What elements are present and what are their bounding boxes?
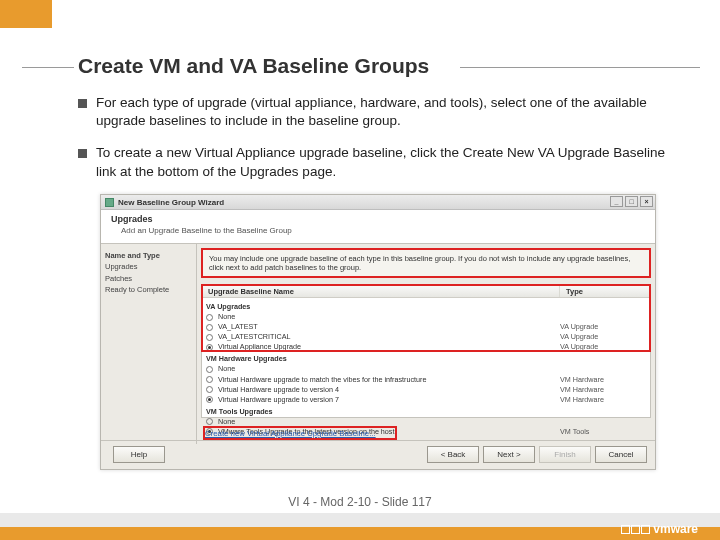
app-icon: [105, 198, 114, 207]
list-header: Upgrade Baseline Name Type: [202, 285, 650, 298]
bullet-item: For each type of upgrade (virtual applia…: [78, 94, 678, 130]
close-icon[interactable]: ×: [640, 196, 653, 207]
radio-icon[interactable]: [206, 418, 213, 425]
baseline-row[interactable]: VA_LATESTCRITICALVA Upgrade: [206, 332, 646, 342]
window-controls: _ □ ×: [610, 196, 653, 207]
wizard-step[interactable]: Ready to Complete: [105, 284, 192, 295]
baseline-row[interactable]: None: [206, 417, 646, 427]
wizard-step[interactable]: Patches: [105, 273, 192, 284]
radio-icon[interactable]: [206, 396, 213, 403]
finish-button[interactable]: Finish: [539, 446, 591, 463]
wizard-buttons: Help < Back Next > Finish Cancel: [101, 446, 655, 463]
baseline-type: VA Upgrade: [560, 342, 646, 352]
wizard-step-title: Upgrades: [111, 214, 645, 224]
baseline-name: VA_LATEST: [216, 322, 560, 332]
back-button[interactable]: < Back: [427, 446, 479, 463]
create-va-baseline-link[interactable]: Create new Virtual Appliance Upgrade Bas…: [205, 429, 376, 438]
baseline-row[interactable]: Virtual Hardware upgrade to match the vi…: [206, 375, 646, 385]
title-rule-left: [22, 67, 74, 68]
cancel-button[interactable]: Cancel: [595, 446, 647, 463]
maximize-icon[interactable]: □: [625, 196, 638, 207]
baseline-row[interactable]: Virtual Appliance UpgradeVA Upgrade: [206, 342, 646, 352]
radio-icon[interactable]: [206, 334, 213, 341]
group-header: VM Tools Upgrades: [206, 407, 646, 417]
col-type: Type: [560, 285, 650, 297]
wizard-main: You may include one upgrade baseline of …: [197, 244, 655, 444]
baseline-name: None: [216, 417, 560, 427]
baseline-name: None: [216, 312, 560, 322]
wizard-step-subtitle: Add an Upgrade Baseline to the Baseline …: [111, 226, 645, 235]
baseline-name: Virtual Hardware upgrade to version 4: [216, 385, 560, 395]
group-header: VA Upgrades: [206, 302, 646, 312]
help-button[interactable]: Help: [113, 446, 165, 463]
col-name: Upgrade Baseline Name: [202, 285, 560, 297]
bullet-list: For each type of upgrade (virtual applia…: [78, 94, 678, 195]
baseline-list: Upgrade Baseline Name Type VA UpgradesNo…: [201, 284, 651, 418]
slide-number: VI 4 - Mod 2-10 - Slide 117: [0, 495, 720, 509]
bullet-item: To create a new Virtual Appliance upgrad…: [78, 144, 678, 180]
baseline-row[interactable]: VA_LATESTVA Upgrade: [206, 322, 646, 332]
radio-icon[interactable]: [206, 314, 213, 321]
slide-title: Create VM and VA Baseline Groups: [78, 54, 429, 78]
radio-icon[interactable]: [206, 344, 213, 351]
baseline-name: VA_LATESTCRITICAL: [216, 332, 560, 342]
wizard-step[interactable]: Name and Type: [105, 250, 192, 261]
baseline-name: Virtual Hardware upgrade to match the vi…: [216, 375, 560, 385]
wizard-step[interactable]: Upgrades: [105, 261, 192, 272]
baseline-type: VM Hardware: [560, 375, 646, 385]
minimize-icon[interactable]: _: [610, 196, 623, 207]
corner-accent: [0, 0, 52, 28]
wizard-steps-sidebar: Name and Type Upgrades Patches Ready to …: [101, 244, 197, 444]
baseline-name: Virtual Hardware upgrade to version 7: [216, 395, 560, 405]
group-header: VM Hardware Upgrades: [206, 354, 646, 364]
radio-icon[interactable]: [206, 366, 213, 373]
brand-text: vmware: [653, 522, 698, 536]
baseline-type: VM Tools: [560, 427, 646, 437]
baseline-name: None: [216, 364, 560, 374]
logo-boxes-icon: [621, 525, 650, 534]
vmware-logo: vmware: [621, 522, 698, 536]
radio-icon[interactable]: [206, 376, 213, 383]
baseline-row[interactable]: Virtual Hardware upgrade to version 4VM …: [206, 385, 646, 395]
baseline-type: VA Upgrade: [560, 322, 646, 332]
title-rule-right: [460, 67, 700, 68]
list-body: VA UpgradesNoneVA_LATESTVA UpgradeVA_LAT…: [202, 298, 650, 438]
footer-bar-orange: [0, 527, 720, 540]
radio-icon[interactable]: [206, 386, 213, 393]
wizard-titlebar[interactable]: New Baseline Group Wizard _ □ ×: [101, 195, 655, 210]
footer-bar-gray: [0, 513, 720, 527]
note-text: You may include one upgrade baseline of …: [209, 254, 630, 272]
highlight-note: You may include one upgrade baseline of …: [201, 248, 651, 278]
window-title: New Baseline Group Wizard: [118, 198, 224, 207]
baseline-type: VA Upgrade: [560, 332, 646, 342]
baseline-row[interactable]: Virtual Hardware upgrade to version 7VM …: [206, 395, 646, 405]
baseline-name: Virtual Appliance Upgrade: [216, 342, 560, 352]
wizard-window: New Baseline Group Wizard _ □ × Upgrades…: [100, 194, 656, 470]
baseline-row[interactable]: None: [206, 312, 646, 322]
wizard-header: Upgrades Add an Upgrade Baseline to the …: [101, 210, 655, 244]
baseline-type: VM Hardware: [560, 385, 646, 395]
wizard-separator: [101, 440, 655, 441]
next-button[interactable]: Next >: [483, 446, 535, 463]
radio-icon[interactable]: [206, 324, 213, 331]
wizard-body: Name and Type Upgrades Patches Ready to …: [101, 244, 655, 444]
baseline-row[interactable]: None: [206, 364, 646, 374]
baseline-type: VM Hardware: [560, 395, 646, 405]
